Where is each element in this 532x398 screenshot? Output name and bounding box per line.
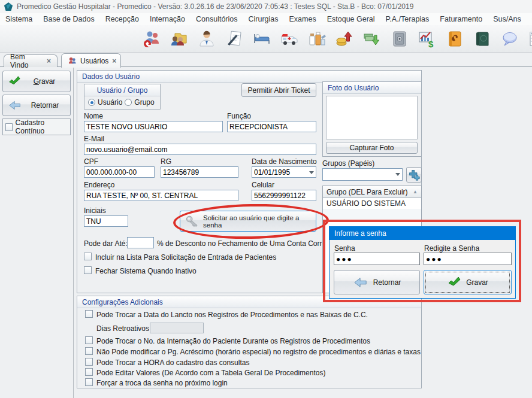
window-title: Promedico Gestão Hospitalar - Promedico … [17, 2, 413, 11]
config-checkbox-3[interactable] [85, 347, 93, 355]
finance-chart-icon[interactable]: $ [418, 30, 436, 48]
radio-grupo[interactable] [125, 99, 132, 106]
grupos-papeis-combo[interactable] [322, 168, 403, 181]
rg-input[interactable] [161, 166, 238, 178]
iniciais-input[interactable] [84, 215, 128, 227]
radio-usuario[interactable] [88, 99, 95, 106]
cpf-input[interactable] [84, 166, 155, 178]
ambulance-icon[interactable] [280, 30, 298, 48]
double-plus-icon [408, 169, 420, 181]
grupo-list-item[interactable]: USUÁRIO DO SISTEMA [323, 198, 421, 209]
svg-text:$: $ [428, 39, 434, 48]
menu-estoque-geral[interactable]: Estoque Geral [322, 15, 380, 23]
tab-usuarios[interactable]: Usuários × [61, 53, 121, 68]
redigite-senha-input[interactable] [424, 253, 512, 265]
config-checkbox-4[interactable] [85, 358, 93, 366]
celular-label: Celular [252, 181, 274, 189]
incluir-lista-label: Incluir na Lista Para Solicitação de Ent… [95, 253, 276, 262]
config-checkbox-2[interactable] [85, 336, 93, 344]
nome-input[interactable] [84, 121, 223, 132]
tipo-header: Usuário / Grupo [84, 84, 160, 96]
rg-label: RG [161, 157, 171, 166]
menu-sus-ans[interactable]: Sus/Ans [488, 15, 527, 23]
foto-usuario-header: Foto do Usuário [323, 82, 421, 94]
grupos-papeis-label: Grupos (Papéis) [322, 159, 374, 168]
dialog-retornar-button[interactable]: Retornar [334, 270, 420, 294]
dialog-gravar-button[interactable]: Gravar [424, 270, 512, 294]
config-checkbox-5[interactable] [85, 368, 93, 376]
pharmacy-icon[interactable] [308, 30, 326, 48]
desconto-input[interactable] [127, 237, 154, 248]
gravar-button[interactable]: Gravar [2, 71, 71, 92]
doctor-icon[interactable] [198, 30, 216, 48]
menu-sistema[interactable]: Sistema [0, 15, 38, 23]
desconto-suffix-label: % de Desconto no Fechamento de Uma Conta… [157, 239, 336, 248]
check-icon [8, 75, 21, 88]
revenue-up-icon[interactable] [335, 30, 353, 48]
dados-usuario-header: Dados do Usuário [77, 71, 421, 83]
phonebook-icon[interactable] [446, 30, 464, 48]
celular-input[interactable] [252, 190, 316, 201]
redigite-senha-label: Redigite a Senha [424, 244, 479, 253]
chevron-down-icon[interactable] [309, 171, 314, 174]
title-bar: Promedico Gestão Hospitalar - Promedico … [0, 0, 532, 13]
report-grid-icon[interactable] [528, 30, 532, 48]
app-logo-icon [4, 2, 13, 11]
cpf-label: CPF [84, 157, 98, 166]
chevron-down-icon[interactable] [395, 173, 400, 176]
payment-down-icon[interactable] [363, 30, 381, 48]
incluir-lista-checkbox[interactable] [84, 253, 92, 260]
capturar-foto-button[interactable]: Capturar Foto [326, 142, 418, 154]
safe-icon[interactable] [391, 30, 409, 48]
menu-consultorios[interactable]: Consultórios [191, 15, 243, 23]
informe-senha-dialog: Informe a senha Senha Redigite a Senha R… [329, 226, 516, 299]
dias-retroativos-label: Dias Retroativos : [96, 324, 153, 333]
endereco-input[interactable] [84, 190, 238, 201]
add-grupo-button[interactable] [406, 167, 422, 183]
fechar-sistema-label: Fechar Sistema Quando Inativo [95, 267, 197, 275]
menu-base-de-dados[interactable]: Base de Dados [38, 15, 99, 23]
endereco-label: Endereço [84, 181, 114, 189]
main-toolbar: $ [0, 25, 532, 53]
grupo-list-empty-row [323, 209, 421, 220]
close-icon[interactable]: × [112, 57, 116, 65]
hospital-bed-icon[interactable] [253, 30, 271, 48]
contacts-icon[interactable] [170, 30, 188, 48]
senha-input[interactable] [334, 253, 420, 265]
ledger-icon[interactable] [473, 30, 491, 48]
menu-caixa[interactable]: Caixa [527, 15, 532, 23]
prescription-icon[interactable] [225, 30, 243, 48]
dialog-title-bar[interactable]: Informe a senha [330, 227, 515, 240]
menu-cirurgias[interactable]: Cirurgias [243, 15, 284, 23]
data-nascimento-combo[interactable] [252, 166, 316, 179]
menu-exames[interactable]: Exames [284, 15, 322, 23]
close-icon[interactable]: × [47, 57, 51, 65]
sort-asc-icon[interactable]: ▲ [413, 189, 418, 195]
sidebar-splitter[interactable] [73, 67, 74, 398]
foto-preview [326, 96, 418, 139]
config-checkbox-1[interactable] [85, 310, 93, 318]
menu-pa-terapias[interactable]: P.A./Terapias [380, 15, 435, 23]
users-tab-icon [68, 56, 77, 65]
retornar-button[interactable]: Retornar [2, 95, 71, 116]
user-switch-icon[interactable] [143, 30, 161, 48]
arrow-left-icon [353, 276, 368, 289]
chat-icon[interactable] [501, 30, 519, 48]
cadastro-continuo-checkbox[interactable] [5, 123, 13, 131]
grupo-list-header[interactable]: Grupo (DEL Para Excluir) ▲ [323, 186, 421, 198]
tipo-group: Usuário / Grupo Usuário Grupo [84, 84, 161, 110]
menu-recepcao[interactable]: Recepção [100, 15, 144, 23]
cadastro-continuo-panel: Cadastro Contínuo [2, 119, 71, 135]
dias-retroativos-input [150, 323, 204, 333]
solicitar-senha-button[interactable]: Solicitar ao usuário que digite a senha [180, 211, 316, 232]
funcao-input[interactable] [227, 121, 316, 132]
permitir-abrir-ticket-button[interactable]: Permitir Abrir Ticket [241, 83, 316, 97]
email-input[interactable] [84, 144, 316, 155]
fechar-sistema-checkbox[interactable] [84, 266, 92, 274]
key-icon [185, 214, 200, 229]
menu-faturamento[interactable]: Faturamento [434, 15, 488, 23]
tab-bem-vindo[interactable]: Bem Vindo × [4, 54, 58, 67]
menu-internacao[interactable]: Internação [144, 15, 191, 23]
config-checkbox-6[interactable] [85, 378, 93, 386]
check-icon [447, 275, 461, 290]
